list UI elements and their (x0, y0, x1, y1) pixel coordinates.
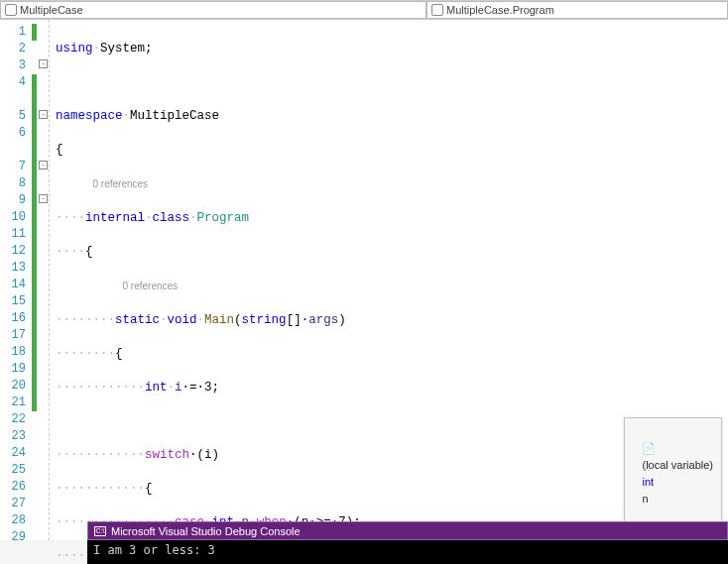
hover-tooltip: 📄 (local variable) int n (624, 417, 722, 530)
console-title: Microsoft Visual Studio Debug Console (111, 525, 301, 537)
breadcrumb-bar: MultipleCase MultipleCase.Program (0, 0, 728, 20)
code-area[interactable]: using·System; namespace·MultipleCase { 0… (50, 20, 728, 540)
console-output[interactable]: I am 3 or less: 3 (87, 540, 728, 564)
tooltip-type: int (642, 476, 654, 488)
project-name: MultipleCase (20, 4, 83, 16)
line-number-gutter: 1234567891011121314151617181920212223242… (0, 20, 32, 540)
fold-margin: - - - - (38, 20, 50, 540)
tooltip-name: n (642, 493, 648, 505)
csharp-file-icon (5, 4, 17, 16)
codelens-references[interactable]: 0 references (93, 178, 149, 189)
variable-icon: 📄 (642, 442, 656, 454)
console-titlebar: C:\ Microsoft Visual Studio Debug Consol… (87, 521, 728, 540)
fold-toggle-icon[interactable]: - (39, 194, 48, 203)
code-editor[interactable]: 1234567891011121314151617181920212223242… (0, 20, 728, 540)
codelens-references[interactable]: 0 references (123, 281, 179, 291)
member-name: MultipleCase.Program (446, 4, 554, 16)
console-text: I am 3 or less: 3 (93, 543, 215, 557)
fold-toggle-icon[interactable]: - (39, 161, 48, 169)
console-icon: C:\ (94, 526, 106, 536)
tooltip-scope: (local variable) (642, 459, 713, 471)
member-crumb[interactable]: MultipleCase.Program (426, 1, 728, 19)
member-icon (431, 4, 443, 16)
fold-toggle-icon[interactable]: - (39, 110, 48, 119)
project-crumb[interactable]: MultipleCase (0, 1, 426, 19)
fold-toggle-icon[interactable]: - (39, 59, 48, 68)
